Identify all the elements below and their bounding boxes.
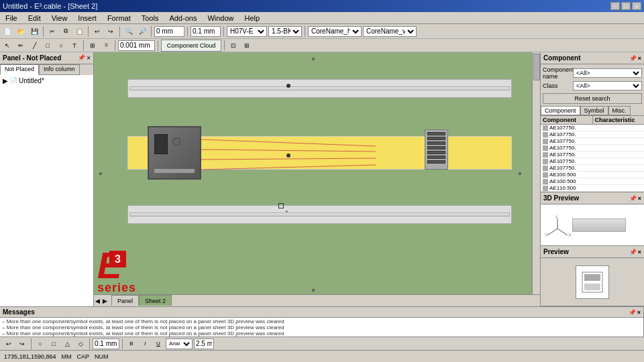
zoom-sel-btn[interactable]: ⊞ xyxy=(241,40,253,52)
bt-font-select[interactable]: Arial xyxy=(166,339,193,349)
menu-file[interactable]: File xyxy=(3,13,20,23)
new-btn[interactable]: 📄 xyxy=(1,25,13,38)
status-unit: MM xyxy=(62,353,72,360)
tab-scroll-right[interactable]: ▶ xyxy=(101,298,109,304)
cut-btn[interactable]: ✂ xyxy=(46,25,58,38)
panel-content: ▶ 📄 Untitled* xyxy=(0,75,93,306)
bt-btn8[interactable]: I xyxy=(139,338,151,350)
bt-btn5[interactable]: △ xyxy=(61,338,73,350)
comp-row-8[interactable]: AE100.500 xyxy=(541,178,644,185)
bt-fontsize-input[interactable] xyxy=(194,339,214,349)
bt-btn4[interactable]: □ xyxy=(48,338,60,350)
comp-row-0[interactable]: AE107750. xyxy=(541,125,644,131)
comp-row-2[interactable]: AE107750. xyxy=(541,138,644,145)
tab-symbol[interactable]: Symbol xyxy=(580,106,608,115)
save-btn[interactable]: 💾 xyxy=(28,25,40,38)
line-btn[interactable]: ╱ xyxy=(28,40,40,52)
wire-type-select[interactable]: H07V-E xyxy=(227,26,267,37)
grid-btn[interactable]: Component Cloud xyxy=(161,40,221,52)
comp-row-1[interactable]: AE107750. xyxy=(541,131,644,138)
maximize-button[interactable]: □ xyxy=(621,2,631,10)
snap2-input[interactable] xyxy=(118,40,155,51)
comp-row-4[interactable]: AE107750. xyxy=(541,152,644,158)
tab-scroll-left[interactable]: ◀ xyxy=(94,298,101,304)
menu-window[interactable]: Window xyxy=(205,13,236,23)
tab-misc[interactable]: Misc. xyxy=(608,106,631,115)
component-list-header: Component Characteristic xyxy=(541,116,644,125)
wire-btn[interactable]: ⌗ xyxy=(100,40,112,52)
component-pin-btn[interactable]: 📌 xyxy=(629,55,637,62)
menu-edit[interactable]: Edit xyxy=(25,13,44,23)
component-name-row: Component name <All> xyxy=(543,66,642,80)
sheet-tab-sheet2[interactable]: Sheet 2 xyxy=(139,295,172,306)
bt-btn1[interactable]: ↩ xyxy=(3,338,15,350)
panel-close-btn[interactable]: × xyxy=(87,54,91,62)
col-component: Component xyxy=(541,116,593,124)
messages-title: Messages xyxy=(3,308,35,316)
open-btn[interactable]: 📂 xyxy=(15,25,27,38)
redo-btn[interactable]: ↪ xyxy=(105,25,117,38)
zoom-in-btn[interactable]: 🔍 xyxy=(123,25,135,38)
close-button[interactable]: × xyxy=(632,2,641,10)
messages-header: Messages 📌 × xyxy=(0,307,643,318)
menu-format[interactable]: Format xyxy=(105,13,133,23)
menu-addons[interactable]: Add-ons xyxy=(166,13,199,23)
menu-tools[interactable]: Tools xyxy=(139,13,162,23)
cursor-btn[interactable]: ↖ xyxy=(1,40,13,52)
menu-insert[interactable]: Insert xyxy=(75,13,99,23)
grid-dot xyxy=(312,58,315,60)
comp-row-6[interactable]: AE107750. xyxy=(541,165,644,172)
component-name-select[interactable]: <All> xyxy=(573,68,642,78)
comp-btn[interactable]: ⊞ xyxy=(87,40,99,52)
component-class-select[interactable]: <All> xyxy=(573,81,642,90)
zoom-out-btn[interactable]: 🔎 xyxy=(136,25,148,38)
comp-row-9[interactable]: AE110.500 xyxy=(541,185,644,192)
messages-pin-btn[interactable]: 📌 xyxy=(629,309,636,316)
wire-size-select[interactable]: 1.5-BK xyxy=(268,26,302,37)
circle-btn[interactable]: ○ xyxy=(55,40,67,52)
bt-btn7[interactable]: B xyxy=(125,338,138,350)
mm-input[interactable] xyxy=(154,26,184,37)
comp-row-7[interactable]: AE100.500 xyxy=(541,172,644,178)
vertical-scrollbar[interactable] xyxy=(532,52,540,294)
tree-item-untitled[interactable]: ▶ 📄 Untitled* xyxy=(1,76,92,85)
panel-pin-btn[interactable]: 📌 xyxy=(78,54,85,62)
bt-btn2[interactable]: ↪ xyxy=(16,338,28,350)
tab-component[interactable]: Component xyxy=(541,106,580,115)
work-area: Panel - Not Placed 📌 × Not Placed Info c… xyxy=(0,52,644,306)
svg-rect-13 xyxy=(584,274,600,281)
text-btn[interactable]: T xyxy=(68,40,80,52)
sep10 xyxy=(158,40,158,51)
preview-pin-btn[interactable]: 📌 xyxy=(629,249,637,255)
snap-input[interactable] xyxy=(191,26,221,37)
paste-btn[interactable]: 📋 xyxy=(73,25,85,38)
tab-info-column[interactable]: Info column xyxy=(39,64,80,75)
comp-row-3[interactable]: AE107750. xyxy=(541,145,644,152)
corename-v-select[interactable]: CoreName_vert xyxy=(363,26,417,37)
menu-help[interactable]: Help xyxy=(242,13,263,23)
bt-btn9[interactable]: U xyxy=(152,338,164,350)
canvas-bg[interactable]: + E 3 series xyxy=(94,52,540,294)
draw-btn[interactable]: ✏ xyxy=(15,40,27,52)
zoom-all-btn[interactable]: ⊡ xyxy=(227,40,239,52)
corename-h-select[interactable]: CoreName_hori xyxy=(308,26,362,37)
preview-close-btn[interactable]: × xyxy=(638,249,641,255)
comp-row-5[interactable]: AE107750. xyxy=(541,158,644,165)
messages-close-btn[interactable]: × xyxy=(637,309,641,316)
grid-dot xyxy=(99,172,102,175)
undo-btn[interactable]: ↩ xyxy=(91,25,103,38)
menu-view[interactable]: View xyxy=(49,13,70,23)
sheet-tab-panel[interactable]: Panel xyxy=(111,295,139,306)
tab-not-placed[interactable]: Not Placed xyxy=(0,64,39,75)
component-section-header: Component 📌 × xyxy=(541,52,644,64)
bt-btn6[interactable]: ◇ xyxy=(74,338,87,350)
3d-close-btn[interactable]: × xyxy=(638,195,641,202)
copy-btn[interactable]: ⧉ xyxy=(60,25,72,38)
3d-pin-btn[interactable]: 📌 xyxy=(629,195,637,202)
minimize-button[interactable]: − xyxy=(610,2,620,10)
rect-btn[interactable]: □ xyxy=(42,40,54,52)
bt-btn3[interactable]: ○ xyxy=(34,338,46,350)
component-close-btn[interactable]: × xyxy=(638,55,641,62)
bt-snap-input[interactable] xyxy=(93,339,119,349)
reset-search-button[interactable]: Reset search xyxy=(543,93,642,104)
